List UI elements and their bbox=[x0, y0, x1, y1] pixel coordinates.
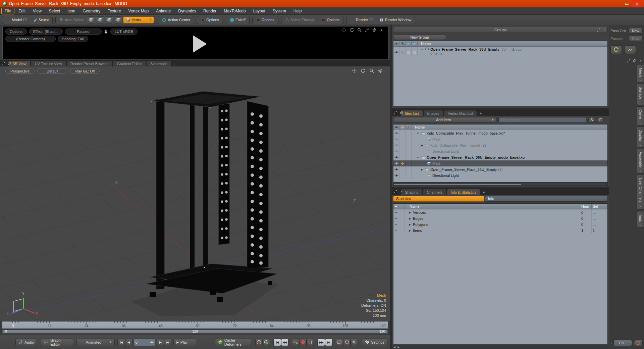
menu-geometry[interactable]: Geometry bbox=[79, 8, 104, 14]
list-item[interactable]: Directional Light bbox=[393, 148, 607, 154]
model-mode-button[interactable]: Model F2 bbox=[3, 16, 30, 23]
collapse-all-column[interactable]: - bbox=[399, 204, 405, 209]
panel-menu-arrow-icon[interactable] bbox=[14, 62, 17, 65]
anim-cycle-button[interactable] bbox=[343, 339, 351, 346]
menu-select[interactable]: Select bbox=[46, 8, 63, 14]
graph-editor-button[interactable]: Graph Editor bbox=[41, 339, 73, 346]
raygl-button[interactable]: Ray GL: Off bbox=[70, 68, 100, 74]
options-button-3[interactable]: Options bbox=[319, 16, 342, 23]
panel-menu-arrow-icon[interactable] bbox=[400, 190, 403, 193]
anim-layers-button[interactable] bbox=[336, 339, 343, 346]
3d-viewport[interactable]: Y Z X -X -Z Perspective Default Ray GL: … bbox=[0, 66, 390, 321]
gear-icon[interactable] bbox=[8, 61, 12, 65]
group-row[interactable]: + Open_Frame_Server_Rack_36U_Empty (3) :… bbox=[393, 47, 607, 57]
panel-menu-arrow-icon[interactable] bbox=[380, 29, 383, 32]
preview-play-icon[interactable] bbox=[193, 35, 207, 53]
expander-icon[interactable]: + bbox=[420, 48, 424, 51]
name-column-header[interactable]: Name bbox=[405, 204, 580, 208]
expander-icon[interactable]: ▶ bbox=[420, 144, 424, 147]
tab-schematic[interactable]: Schematic bbox=[146, 60, 171, 66]
tab-info-statistics[interactable]: Info & Statistics bbox=[447, 189, 480, 195]
previous-key-alt-button[interactable]: ◀◀ bbox=[281, 339, 288, 346]
collapse-minus[interactable]: - bbox=[399, 228, 405, 234]
render-toggle-icon[interactable] bbox=[400, 51, 404, 54]
groups-header[interactable]: Groups bbox=[393, 27, 608, 33]
pan-icon[interactable] bbox=[342, 28, 346, 32]
menu-dynamics[interactable]: Dynamics bbox=[175, 8, 199, 14]
add-tab-button[interactable]: + bbox=[477, 110, 483, 116]
play-button[interactable]: ▶ Play bbox=[173, 339, 196, 346]
stat-row[interactable]: + - ▶ Items 1 1 bbox=[393, 228, 607, 234]
eye-icon[interactable] bbox=[394, 131, 398, 135]
stat-row[interactable]: + - ▶ Polygons 0 ... bbox=[393, 221, 607, 228]
eye-icon[interactable] bbox=[394, 173, 398, 178]
render-column-icon[interactable] bbox=[400, 42, 404, 46]
expand-right-arrow[interactable]: › bbox=[610, 341, 612, 345]
name-column-header[interactable]: Name bbox=[418, 42, 431, 46]
tab-shading[interactable]: Shading bbox=[401, 189, 422, 195]
record-button[interactable] bbox=[299, 339, 307, 346]
item-list-hscrollbar[interactable] bbox=[393, 183, 608, 186]
expand-icon[interactable] bbox=[597, 28, 600, 32]
edges-mode-button[interactable] bbox=[96, 16, 104, 23]
checkbox[interactable] bbox=[413, 51, 416, 54]
right-panel-hscrollbar[interactable]: ◀ ▶ bbox=[392, 345, 609, 349]
eye-icon[interactable] bbox=[394, 50, 398, 54]
scrollbar-thumb[interactable] bbox=[394, 184, 521, 185]
eye-icon[interactable] bbox=[394, 155, 398, 159]
subtab-info[interactable]: Info bbox=[485, 196, 608, 202]
collapse-minus[interactable]: - bbox=[399, 221, 405, 228]
gear-icon[interactable] bbox=[633, 59, 637, 63]
menu-file[interactable]: File bbox=[1, 8, 14, 14]
cache-deformers-button[interactable]: Cache Deformers bbox=[215, 339, 251, 346]
next-frame-button[interactable]: |▶ bbox=[157, 339, 164, 346]
expand-icon[interactable] bbox=[393, 190, 397, 194]
expand-icon[interactable] bbox=[1, 62, 5, 65]
shading-mode-button[interactable]: Shading: Full bbox=[58, 36, 88, 42]
expand-icon[interactable] bbox=[393, 111, 397, 115]
gear-icon[interactable] bbox=[400, 111, 404, 115]
tab-gradient-editor[interactable]: Gradient Editor bbox=[113, 60, 146, 66]
add-item-dropdown[interactable]: Add Item ▼ bbox=[393, 117, 496, 123]
new-pass-button[interactable]: New bbox=[629, 36, 643, 41]
list-item[interactable]: ▶ Kids_Collapsible_Play_Tunnel (2) bbox=[393, 142, 607, 148]
tab-channels[interactable]: Channels bbox=[423, 189, 446, 195]
action-center-button[interactable]: Action Center bbox=[159, 16, 193, 23]
increment-down-button[interactable] bbox=[263, 339, 270, 346]
list-item[interactable]: Directional Light bbox=[393, 172, 607, 179]
items-mode-button[interactable]: Items 5 bbox=[123, 16, 154, 23]
stat-row[interactable]: + - ▶ Vertices 0 ... bbox=[393, 209, 607, 215]
zoom-icon[interactable] bbox=[357, 28, 362, 32]
list-item[interactable]: ▶ Open_Frame_Server_Rack_36U_Empty (2) bbox=[393, 166, 607, 172]
side-tab-user-channels[interactable]: User Channels bbox=[637, 175, 644, 210]
new-pass-group-button[interactable]: New bbox=[629, 28, 643, 34]
panel-menu-arrow-icon[interactable] bbox=[603, 29, 606, 32]
auto-key-toggle[interactable] bbox=[292, 339, 299, 346]
gear-icon[interactable] bbox=[378, 68, 383, 73]
expander-icon[interactable]: ▼ bbox=[416, 132, 420, 135]
expander-icon[interactable]: ▶ bbox=[408, 223, 412, 226]
rotate-icon[interactable] bbox=[361, 68, 365, 73]
list-item-selected[interactable]: ✛ Mesh bbox=[393, 160, 607, 166]
expand-all-column[interactable]: + bbox=[393, 204, 399, 209]
list-item[interactable]: Mesh bbox=[393, 136, 607, 142]
preview-options-button[interactable]: Options bbox=[5, 29, 27, 35]
expand-plus[interactable]: + bbox=[393, 209, 399, 215]
gear-icon[interactable] bbox=[372, 28, 377, 32]
refresh-passes-button[interactable] bbox=[610, 45, 622, 54]
auto-select-button[interactable]: Auto Select bbox=[57, 16, 86, 23]
anim-bake-button[interactable] bbox=[351, 339, 358, 346]
side-tab-assembly[interactable]: Assembly bbox=[637, 149, 644, 173]
menu-texture[interactable]: Texture bbox=[104, 8, 124, 14]
eye-icon[interactable] bbox=[394, 143, 398, 147]
scroll-left-arrow[interactable]: ◀ bbox=[393, 346, 395, 349]
tab-images[interactable]: Images bbox=[423, 110, 443, 116]
rotate-icon[interactable] bbox=[350, 28, 354, 32]
panel-menu-arrow-icon[interactable] bbox=[407, 111, 410, 114]
falloff-button[interactable]: Falloff bbox=[227, 16, 248, 23]
options-button-2[interactable]: Options bbox=[254, 16, 277, 23]
lock-column-icon[interactable] bbox=[407, 42, 410, 46]
collapse-minus[interactable]: - bbox=[399, 209, 405, 215]
side-tab-curve[interactable]: Curve bbox=[637, 106, 644, 125]
side-tab-tags[interactable]: Tags bbox=[637, 211, 644, 227]
